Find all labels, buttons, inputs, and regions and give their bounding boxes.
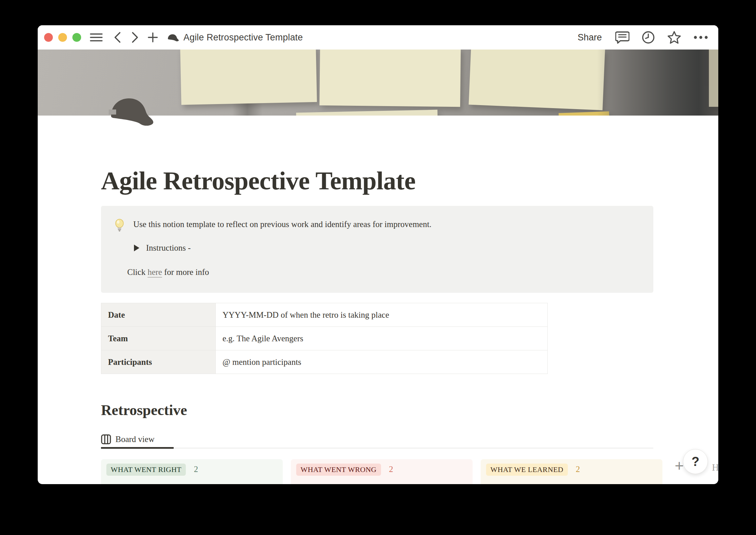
clock-icon — [642, 31, 655, 44]
table-row: Date YYYY-MM-DD of when the retro is tak… — [101, 303, 548, 327]
link-suffix: for more info — [162, 268, 209, 277]
page-content: Agile Retrospective Template Use this no… — [38, 167, 657, 484]
page-emoji-small — [167, 33, 179, 41]
view-tabs: Board view — [101, 431, 653, 448]
sticky-note — [180, 50, 317, 105]
page-title: Agile Retrospective Template — [101, 167, 657, 194]
sidebar-toggle-button[interactable] — [90, 33, 103, 42]
clipped-edge-text: H — [712, 462, 718, 473]
column-header-pill[interactable]: WHAT WENT WRONG — [296, 464, 381, 476]
board-view: WHAT WENT RIGHT 2 WHAT WENT WRONG 2 WHAT… — [101, 459, 662, 484]
more-options-button[interactable] — [693, 36, 708, 39]
property-label-cell[interactable]: Participants — [101, 350, 216, 374]
help-button[interactable]: ? — [683, 449, 708, 474]
plus-icon — [148, 32, 158, 42]
comments-button[interactable] — [615, 31, 629, 44]
here-link[interactable]: here — [147, 268, 162, 277]
column-count: 2 — [389, 465, 393, 474]
minimize-button[interactable] — [58, 33, 67, 42]
column-header-pill[interactable]: WHAT WENT RIGHT — [106, 464, 186, 476]
board-view-icon — [101, 434, 111, 444]
instructions-toggle[interactable]: Instructions - — [134, 242, 641, 254]
traffic-lights — [44, 33, 81, 42]
star-icon — [667, 31, 681, 44]
section-heading: Retrospective — [101, 402, 657, 419]
title-bar: Agile Retrospective Template Share — [38, 25, 718, 50]
forward-button[interactable] — [131, 32, 139, 43]
back-button[interactable] — [113, 32, 122, 43]
chevron-left-icon — [113, 32, 122, 43]
properties-table: Date YYYY-MM-DD of when the retro is tak… — [101, 303, 548, 374]
board-column-what-we-learned: WHAT WE LEARNED 2 — [481, 459, 662, 484]
property-value-cell[interactable]: YYYY-MM-DD of when the retro is taking p… — [216, 303, 548, 327]
active-tab-underline — [101, 447, 174, 449]
tab-board-view[interactable]: Board view — [101, 431, 154, 448]
tab-label: Board view — [115, 435, 154, 444]
sticky-note — [296, 110, 438, 116]
share-button[interactable]: Share — [578, 32, 602, 43]
favorite-button[interactable] — [667, 31, 681, 44]
comment-icon — [615, 31, 629, 44]
callout-block: Use this notion template to reflect on p… — [101, 206, 653, 293]
zoom-button[interactable] — [72, 33, 81, 42]
board-column-what-went-wrong: WHAT WENT WRONG 2 — [291, 459, 473, 484]
property-label-cell[interactable]: Date — [101, 303, 216, 327]
table-row: Team e.g. The Agile Avengers — [101, 327, 548, 350]
chevron-right-icon — [131, 32, 139, 43]
link-prefix: Click — [127, 268, 147, 277]
cap-icon — [167, 33, 179, 41]
sticky-note — [709, 50, 718, 107]
notion-window: Agile Retrospective Template Share — [38, 25, 718, 484]
new-page-button[interactable] — [148, 32, 158, 42]
property-value-cell[interactable]: @ mention participants — [216, 350, 548, 374]
toggle-triangle-icon — [134, 245, 139, 251]
sticky-note — [469, 50, 605, 110]
callout-link-line: Click here for more info — [127, 266, 641, 278]
close-button[interactable] — [44, 33, 53, 42]
ellipsis-icon — [693, 36, 708, 39]
column-count: 2 — [576, 465, 580, 474]
table-row: Participants @ mention participants — [101, 350, 548, 374]
history-button[interactable] — [642, 31, 655, 44]
page-icon-button[interactable] — [109, 95, 156, 126]
property-value-cell[interactable]: e.g. The Agile Avengers — [216, 327, 548, 350]
column-header-pill[interactable]: WHAT WE LEARNED — [486, 464, 568, 476]
window-title: Agile Retrospective Template — [183, 32, 303, 43]
property-label-cell[interactable]: Team — [101, 327, 216, 350]
cover-dark-edge — [597, 50, 718, 116]
column-count: 2 — [194, 465, 198, 474]
hamburger-icon — [90, 33, 103, 42]
board-column-what-went-right: WHAT WENT RIGHT 2 — [101, 459, 283, 484]
cap-icon — [109, 95, 156, 126]
lightbulb-icon — [113, 219, 126, 232]
callout-text: Use this notion template to reflect on p… — [133, 219, 432, 230]
sticky-note — [319, 50, 461, 107]
toggle-label: Instructions - — [146, 242, 191, 254]
